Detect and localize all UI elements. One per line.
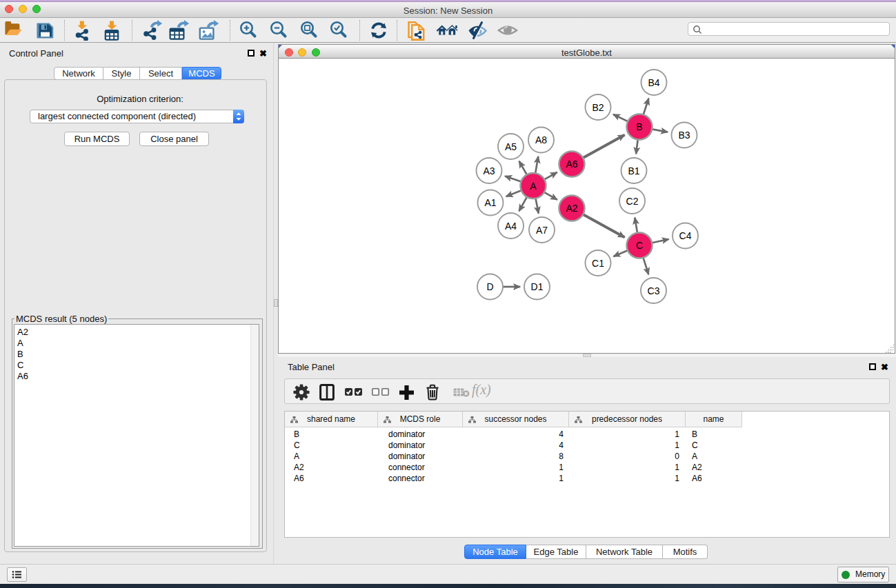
svg-text:B3: B3 <box>678 130 690 141</box>
svg-text:B1: B1 <box>628 165 639 176</box>
svg-text:B: B <box>636 121 642 132</box>
svg-text:D1: D1 <box>531 281 544 292</box>
svg-text:C4: C4 <box>679 230 692 241</box>
svg-text:A2: A2 <box>566 203 577 214</box>
svg-text:B2: B2 <box>592 102 604 113</box>
svg-text:A6: A6 <box>566 159 577 170</box>
svg-text:C1: C1 <box>592 258 604 269</box>
svg-text:A7: A7 <box>536 225 548 236</box>
svg-text:A1: A1 <box>484 197 496 208</box>
svg-text:A: A <box>530 181 537 192</box>
svg-text:A3: A3 <box>483 165 495 176</box>
svg-text:B4: B4 <box>648 77 659 88</box>
svg-text:C: C <box>636 240 643 251</box>
svg-text:C3: C3 <box>648 285 660 296</box>
svg-text:D: D <box>486 281 493 292</box>
svg-text:A4: A4 <box>505 221 517 232</box>
svg-text:A8: A8 <box>535 134 547 145</box>
svg-text:A5: A5 <box>505 141 517 152</box>
svg-text:C2: C2 <box>626 196 639 207</box>
